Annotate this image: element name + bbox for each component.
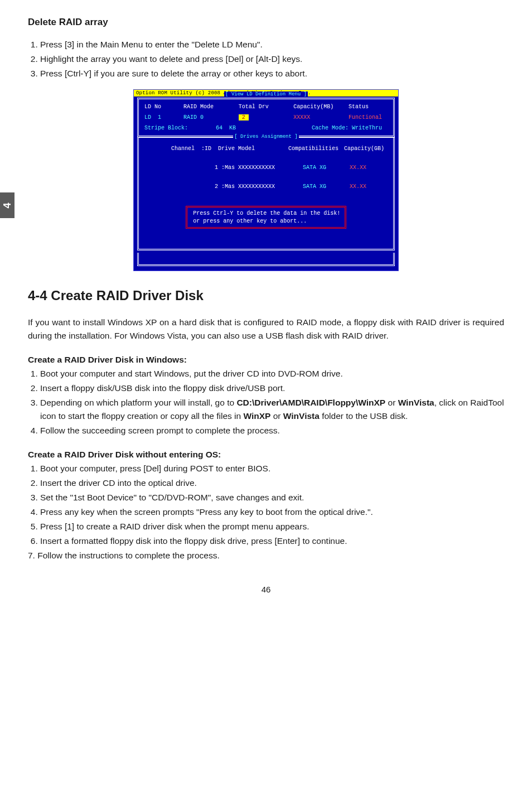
bios-ld1: LD 1 — [144, 114, 183, 120]
bios-stripe-label: Stripe Block: — [144, 125, 188, 131]
delete-raid-steps: Press [3] in the Main Menu to enter the … — [28, 38, 504, 80]
cw-step-4: Follow the succeeding screen prompt to c… — [40, 424, 504, 437]
cn-step-7: 7. Follow the instructions to complete t… — [28, 549, 504, 562]
bios-drives-box: [ Drives Assignment ] Channel :ID Drive … — [137, 137, 395, 250]
bios-drives-hdr-c2: Compatibilities — [288, 146, 338, 152]
bios-status-val: Functional — [349, 114, 388, 120]
cw3-post: folder to the USB disk. — [320, 411, 408, 421]
bios-stripe-val: 64 KB — [188, 125, 253, 131]
cw3-mid3: or — [270, 411, 283, 421]
bios-raid0: RAID 0 — [183, 114, 239, 120]
cw3-bold2: WinVista — [398, 398, 434, 407]
bios-ld-box: [ View LD Definition Menu ] LD No RAID M… — [137, 98, 395, 137]
create-raid-title: 4-4 Create RAID Driver Disk — [28, 288, 504, 303]
bios-drives-hdr-c1: Channel :ID Drive Model — [171, 146, 255, 152]
delete-step-3: Press [Ctrl-Y] if you are sure to delete… — [40, 67, 504, 80]
create-windows-steps: Boot your computer and start Windows, pu… — [28, 367, 504, 437]
cw3-bold3: WinXP — [243, 411, 270, 421]
bios-band-label-1: [ View LD Definition Menu ] — [139, 91, 393, 97]
create-noos-steps: Boot your computer, press [Del] during P… — [28, 462, 504, 548]
bios-cache-label: Cache Mode: — [301, 125, 349, 131]
page-number: 46 — [28, 585, 504, 594]
cw-step-1: Boot your computer and start Windows, pu… — [40, 367, 504, 380]
bios-status-band — [137, 253, 395, 266]
bios-capacity-val: XXXXX — [293, 114, 349, 120]
bios-drive2-cap: XX.XX — [350, 184, 366, 190]
delete-step-1: Press [3] in the Main Menu to enter the … — [40, 38, 504, 51]
bios-ld-header-row: LD No RAID Mode Total Drv Capacity(MB) S… — [144, 104, 388, 110]
chapter-tab-number: 4 — [1, 202, 13, 208]
cn-step-5: Press [1] to create a RAID driver disk w… — [40, 520, 504, 533]
create-raid-intro: If you want to install Windows XP on a h… — [28, 316, 504, 343]
chapter-tab: 4 — [0, 192, 14, 218]
bios-popup-line2: or press any other key to abort... — [193, 218, 307, 224]
delete-step-2: Highlight the array you want to delete a… — [40, 52, 504, 66]
cw-step-3: Depending on which platform your will in… — [40, 396, 504, 423]
bios-drive2-compat: SATA XG — [303, 184, 326, 190]
cn-step-1: Boot your computer, press [Del] during P… — [40, 462, 504, 475]
bios-hdr-totaldrv: Total Drv — [239, 104, 294, 110]
bios-ld-data-row: LD 1 RAID 0 2 XXXXX Functional — [144, 114, 388, 120]
bios-band-text-2: [ Drives Assignment ] — [233, 134, 298, 139]
cn-step-3: Set the "1st Boot Device" to "CD/DVD-ROM… — [40, 491, 504, 504]
cn-step-4: Press any key when the screen prompts "P… — [40, 505, 504, 519]
bios-hdr-ldno: LD No — [144, 104, 183, 110]
bios-drive2-model: 2 :Mas XXXXXXXXXXX — [171, 184, 275, 190]
bios-totaldrv-val: 2 — [239, 114, 294, 120]
bios-cache-val: WriteThru — [349, 125, 388, 131]
bios-hdr-raidmode: RAID Mode — [183, 104, 239, 110]
bios-hdr-capacity: Capacity(MB) — [293, 104, 349, 110]
cn-step-6: Insert a formatted floppy disk into the … — [40, 534, 504, 548]
bios-drives-hdr-c3: Capacity(GB) — [344, 146, 384, 152]
bios-drive1-model: 1 :Mas XXXXXXXXXXX — [171, 165, 275, 171]
bios-confirm-popup: Press Ctrl-Y to delete the data in the d… — [186, 206, 346, 229]
bios-stripe-row: Stripe Block: 64 KB Cache Mode: WriteThr… — [144, 125, 388, 131]
bios-drives-header: Channel :ID Drive ModelCompatibilitiesCa… — [144, 139, 388, 158]
cw-step-2: Insert a floppy disk/USB disk into the f… — [40, 382, 504, 395]
bios-drive1-compat: SATA XG — [303, 165, 326, 171]
bios-drive1-cap: XX.XX — [350, 165, 366, 171]
bios-band-label-2: [ Drives Assignment ] — [144, 134, 388, 139]
cw3-bold1: CD:\Driver\AMD\RAID\Floppy\WinXP — [236, 398, 385, 407]
cw3-pre: Depending on which platform your will in… — [40, 398, 236, 407]
bios-screenshot: Option ROM Utility (c) 2008 Advanced Mic… — [133, 89, 399, 271]
bios-hdr-status: Status — [349, 104, 388, 110]
bios-selected-val: 2 — [239, 114, 249, 120]
cw3-mid1: or — [385, 398, 398, 407]
bios-popup-line1: Press Ctrl-Y to delete the data in the d… — [193, 210, 340, 216]
bios-band-text-1: [ View LD Definition Menu ] — [224, 91, 308, 97]
bios-drive-row-2: 2 :Mas XXXXXXXXXXXSATA XGXX.XX — [144, 177, 388, 196]
create-noos-subhead: Create a RAID Driver Disk without enteri… — [28, 450, 504, 460]
delete-raid-heading: Delete RAID array — [28, 17, 504, 28]
cw3-bold4: WinVista — [283, 411, 320, 421]
create-windows-subhead: Create a RAID Driver Disk in Windows: — [28, 355, 504, 365]
cn-step-2: Insert the driver CD into the optical dr… — [40, 476, 504, 490]
bios-drive-row-1: 1 :Mas XXXXXXXXXXXSATA XGXX.XX — [144, 158, 388, 177]
